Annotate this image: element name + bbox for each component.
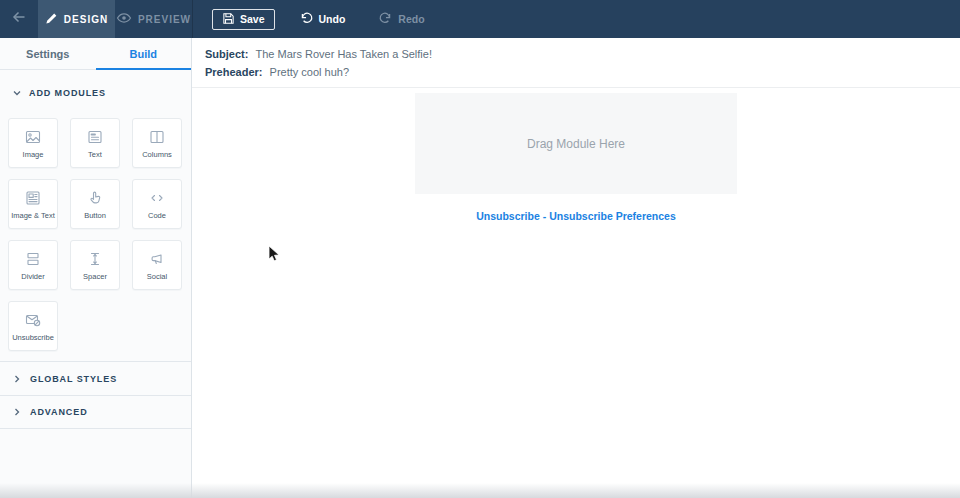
link-separator: -: [540, 210, 549, 222]
module-tile-divider[interactable]: Divider: [8, 240, 58, 290]
arrow-left-icon: [11, 9, 27, 29]
preheader-label: Preheader:: [205, 66, 262, 78]
subject-label: Subject:: [205, 48, 248, 60]
divider-icon: [24, 249, 42, 268]
module-tile-label: Code: [148, 211, 166, 220]
add-modules-title: ADD MODULES: [29, 88, 106, 98]
image-text-icon: [24, 188, 42, 207]
text-icon: [86, 127, 104, 146]
email-editor: DESIGN PREVIEW Save Undo Redo: [0, 0, 960, 498]
social-icon: [148, 249, 166, 268]
redo-button[interactable]: Redo: [378, 11, 424, 28]
save-label: Save: [240, 13, 265, 25]
add-modules-header[interactable]: ADD MODULES: [0, 70, 191, 114]
module-tile-label: Button: [84, 211, 106, 220]
tab-settings[interactable]: Settings: [0, 38, 96, 69]
module-tile-label: Spacer: [83, 272, 107, 281]
chevron-right-icon: [12, 403, 22, 421]
preheader-value: Pretty cool huh?: [270, 66, 350, 78]
code-icon: [148, 188, 166, 207]
module-dropzone[interactable]: Drag Module Here: [415, 93, 737, 194]
bottom-fade: [0, 483, 960, 498]
dropzone-text: Drag Module Here: [527, 137, 625, 151]
module-tile-image-text[interactable]: Image & Text: [8, 179, 58, 229]
active-tab-underline: [96, 68, 192, 70]
module-tile-spacer[interactable]: Spacer: [70, 240, 120, 290]
preheader-row: Preheader: Pretty cool huh?: [205, 65, 960, 80]
sidebar: Settings Build ADD MODULES ImageTextColu…: [0, 38, 192, 498]
spacer-icon: [86, 249, 104, 268]
module-tile-label: Social: [147, 272, 167, 281]
module-tile-label: Image: [23, 150, 44, 159]
unsubscribe-links: Unsubscribe - Unsubscribe Preferences: [192, 210, 960, 222]
email-canvas-area: Subject: The Mars Rover Has Taken a Self…: [192, 38, 960, 498]
tab-build-label: Build: [130, 48, 158, 60]
tab-settings-label: Settings: [26, 48, 69, 60]
module-tile-unsubscribe[interactable]: Unsubscribe: [8, 301, 58, 351]
module-tile-label: Columns: [142, 150, 172, 159]
module-tile-text[interactable]: Text: [70, 118, 120, 168]
unsubscribe-preferences-link[interactable]: Unsubscribe Preferences: [549, 210, 676, 222]
save-button[interactable]: Save: [212, 9, 275, 30]
sidebar-sections: GLOBAL STYLES ADVANCED: [0, 361, 191, 429]
tab-preview[interactable]: PREVIEW: [115, 0, 193, 38]
button-icon: [86, 188, 104, 207]
global-styles-title: GLOBAL STYLES: [30, 374, 117, 384]
module-tile-code[interactable]: Code: [132, 179, 182, 229]
undo-label: Undo: [319, 13, 346, 25]
module-tile-label: Image & Text: [11, 211, 55, 220]
module-tile-label: Text: [88, 150, 102, 159]
floppy-icon: [222, 12, 235, 27]
tab-design[interactable]: DESIGN: [38, 0, 115, 38]
subject-value: The Mars Rover Has Taken a Selfie!: [255, 48, 431, 60]
unsubscribe-link[interactable]: Unsubscribe: [476, 210, 540, 222]
module-tile-label: Unsubscribe: [12, 333, 54, 342]
advanced-title: ADVANCED: [30, 407, 88, 417]
section-advanced[interactable]: ADVANCED: [0, 395, 191, 429]
tab-build[interactable]: Build: [96, 38, 192, 69]
module-tile-columns[interactable]: Columns: [132, 118, 182, 168]
back-button[interactable]: [0, 0, 38, 38]
chevron-down-icon: [12, 84, 22, 102]
tab-design-label: DESIGN: [64, 14, 108, 25]
undo-icon: [299, 11, 314, 28]
module-tile-social[interactable]: Social: [132, 240, 182, 290]
image-icon: [24, 127, 42, 146]
section-global-styles[interactable]: GLOBAL STYLES: [0, 361, 191, 395]
module-tile-image[interactable]: Image: [8, 118, 58, 168]
tab-preview-label: PREVIEW: [138, 14, 191, 25]
redo-label: Redo: [398, 13, 424, 25]
unsubscribe-icon: [24, 310, 42, 329]
chevron-right-icon: [12, 370, 22, 388]
sidebar-tabs: Settings Build: [0, 38, 191, 70]
subject-row: Subject: The Mars Rover Has Taken a Self…: [205, 47, 960, 62]
topbar: DESIGN PREVIEW Save Undo Redo: [0, 0, 960, 38]
module-tile-button[interactable]: Button: [70, 179, 120, 229]
email-meta-bar: Subject: The Mars Rover Has Taken a Self…: [192, 38, 960, 88]
redo-icon: [378, 11, 393, 28]
undo-button[interactable]: Undo: [299, 11, 346, 28]
module-tile-label: Divider: [21, 272, 44, 281]
columns-icon: [148, 127, 166, 146]
pencil-icon: [45, 12, 58, 27]
modules-grid: ImageTextColumnsImage & TextButtonCodeDi…: [0, 118, 191, 351]
eye-icon: [116, 10, 132, 28]
